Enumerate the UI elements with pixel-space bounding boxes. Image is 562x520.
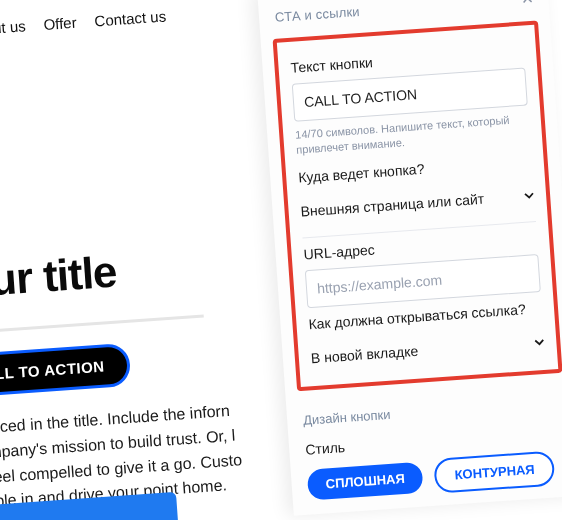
nav-link[interactable]: Offer — [43, 14, 77, 33]
settings-panel: СТА и ссылки Текст кнопки CALL TO ACTION… — [257, 0, 562, 515]
chevron-down-icon — [524, 190, 535, 201]
nav-link[interactable]: Contact us — [94, 7, 167, 29]
nav-link[interactable]: ut us — [0, 17, 26, 36]
style-options: СПЛОШНАЯ КОНТУРНАЯ Больше с — [307, 449, 562, 502]
select-value: Внешняя страница или сайт — [300, 190, 484, 219]
page-title: your title — [0, 34, 302, 309]
chevron-down-icon — [534, 337, 545, 348]
title-underline — [0, 315, 204, 336]
style-option-solid[interactable]: СПЛОШНАЯ — [307, 461, 424, 500]
highlighted-settings-group: Текст кнопки CALL TO ACTION 14/70 символ… — [273, 20, 562, 390]
button-destination-select[interactable]: Внешняя страница или сайт — [299, 177, 535, 229]
chevron-up-icon — [522, 0, 533, 5]
style-option-outline[interactable]: КОНТУРНАЯ — [433, 450, 555, 493]
url-input[interactable]: https://example.com — [305, 254, 541, 308]
select-value: В новой вкладке — [310, 342, 418, 365]
panel-section-title: СТА и ссылки — [275, 4, 361, 25]
link-open-select[interactable]: В новой вкладке — [310, 324, 546, 376]
